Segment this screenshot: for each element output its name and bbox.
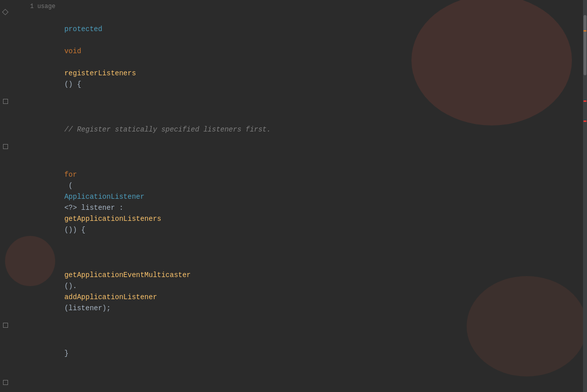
bookmark-icon bbox=[3, 99, 8, 104]
code-line: } bbox=[0, 325, 587, 370]
code-line bbox=[0, 370, 587, 382]
usage-hint: 1 usage bbox=[0, 0, 587, 12]
space bbox=[64, 36, 68, 44]
scrollbar-error-marker bbox=[583, 100, 586, 102]
punct: ()) { bbox=[64, 226, 85, 234]
method-call: getApplicationListeners bbox=[64, 215, 161, 223]
punct: ( bbox=[64, 182, 73, 190]
line-content: getApplicationEventMulticaster (). addAp… bbox=[28, 247, 587, 325]
scrollbar-thumb[interactable] bbox=[583, 15, 586, 75]
type: ApplicationListener bbox=[64, 193, 144, 201]
punct: <?> listener : bbox=[64, 204, 127, 212]
code-line: protected void registerListeners () { bbox=[0, 12, 587, 101]
comment: // Register statically specified listene… bbox=[64, 125, 271, 134]
line-content: // Do not initialize FactoryBeans here: … bbox=[28, 382, 587, 392]
punct: } bbox=[64, 349, 68, 357]
space bbox=[64, 58, 68, 66]
punct: () { bbox=[64, 80, 81, 88]
keyword-protected: protected bbox=[64, 25, 102, 33]
scrollbar-error-marker bbox=[583, 120, 586, 122]
line-content bbox=[28, 370, 587, 382]
punct: (). bbox=[64, 282, 77, 290]
line-content: for ( ApplicationListener <?> listener :… bbox=[28, 147, 587, 247]
editor-container: 1 usage protected void registerListeners… bbox=[0, 0, 587, 392]
code-line: // Do not initialize FactoryBeans here: … bbox=[0, 382, 587, 392]
bookmark-icon bbox=[3, 323, 8, 328]
keyword-for: for bbox=[64, 171, 77, 179]
method-call: getApplicationEventMulticaster bbox=[64, 271, 191, 279]
code-area: 1 usage protected void registerListeners… bbox=[0, 0, 587, 392]
code-line: // Register statically specified listene… bbox=[0, 101, 587, 147]
bookmark-icon bbox=[3, 144, 8, 149]
code-line: getApplicationEventMulticaster (). addAp… bbox=[0, 247, 587, 325]
line-content: } bbox=[28, 325, 587, 370]
scrollbar-track[interactable] bbox=[583, 0, 587, 392]
bookmark-icon bbox=[3, 380, 8, 385]
method-call: addApplicationListener bbox=[64, 293, 157, 301]
keyword-void: void bbox=[64, 47, 81, 55]
code-line: for ( ApplicationListener <?> listener :… bbox=[0, 147, 587, 247]
line-content: // Register statically specified listene… bbox=[28, 101, 587, 147]
scrollbar-marker bbox=[583, 30, 586, 32]
method-name: registerListeners bbox=[64, 69, 136, 77]
punct: (listener); bbox=[64, 304, 110, 312]
line-content: protected void registerListeners () { bbox=[28, 12, 587, 101]
